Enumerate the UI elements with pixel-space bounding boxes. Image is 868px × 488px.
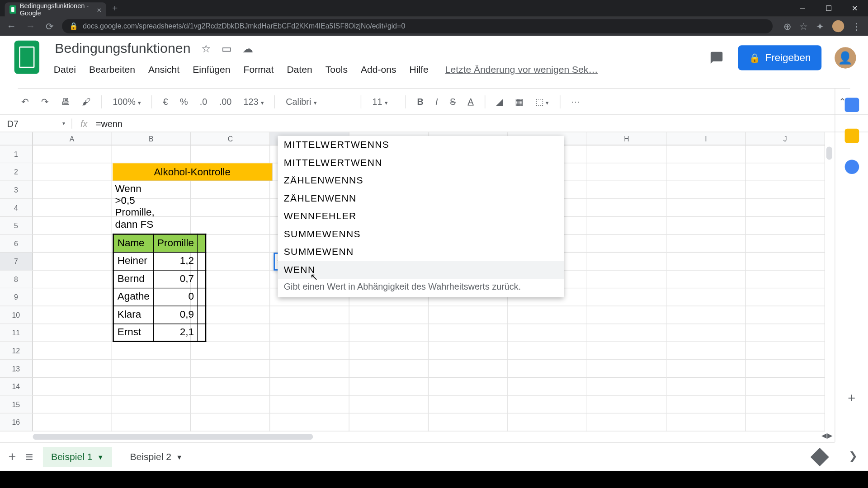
cell-res[interactable] [198,305,206,324]
grid-cell[interactable] [112,360,191,378]
grid-cell[interactable] [508,396,587,414]
close-tab-icon[interactable]: × [97,5,101,14]
extensions-icon[interactable]: ✦ [816,20,824,32]
row-header[interactable]: 11 [0,324,33,342]
cell-res[interactable] [198,252,206,270]
grid-cell[interactable] [666,360,745,378]
cell-name[interactable]: Klara [113,305,154,324]
cell-val[interactable]: 0,7 [153,270,198,288]
autocomplete-item[interactable]: SUMMEWENN [278,243,564,261]
chevron-down-icon[interactable]: ▼ [176,453,182,460]
grid-cell[interactable] [508,324,587,342]
grid-cell[interactable] [587,181,666,199]
grid-cell[interactable] [429,324,508,342]
grid-cell[interactable] [33,253,112,271]
menu-bearbeiten[interactable]: Bearbeiten [89,64,135,75]
autocomplete-item[interactable]: ZÄHLENWENNS [278,172,564,190]
grid-cell[interactable] [746,145,825,164]
grid-cell[interactable] [33,324,112,342]
grid-cell[interactable] [746,378,825,396]
grid-cell[interactable] [746,342,825,360]
merged-title-cell[interactable]: Alkohol-Kontrolle [113,163,272,181]
share-button[interactable]: 🔒 Freigeben [738,45,821,70]
keep-icon[interactable] [844,129,859,143]
redo-button[interactable]: ↷ [38,96,52,107]
grid-cell[interactable] [746,396,825,414]
row-header[interactable]: 4 [0,199,33,217]
browser-tab[interactable]: Bedingungsfunktionen - Google × [5,2,106,17]
row-header[interactable]: 16 [0,413,33,432]
autocomplete-item[interactable]: WENNFEHLER [278,207,564,225]
row-header[interactable]: 8 [0,271,33,289]
sheet-tab-active[interactable]: Beispiel 1▼ [43,446,112,467]
grid-cell[interactable] [666,342,745,360]
grid-cell[interactable] [349,306,429,324]
cell-val[interactable]: 0,9 [153,305,198,324]
grid-cell[interactable] [33,217,112,235]
autocomplete-item[interactable]: MITTELWERTWENN [278,154,564,172]
grid-cell[interactable] [587,235,666,253]
header-promille[interactable]: Promille [153,234,198,252]
percent-button[interactable]: % [176,97,191,107]
grid-cell[interactable] [666,253,745,271]
grid-cell[interactable] [666,324,745,342]
menu-tools[interactable]: Tools [326,64,348,75]
grid-cell[interactable] [429,342,508,360]
tasks-icon[interactable] [844,160,859,174]
header-result[interactable] [198,234,206,252]
grid-cell[interactable] [666,288,745,306]
star-icon[interactable]: ☆ [201,42,211,55]
grid-cell[interactable] [191,342,270,360]
grid-cell[interactable] [191,199,270,217]
new-tab-button[interactable]: + [106,3,124,14]
grid-cell[interactable] [587,253,666,271]
dec-increase-button[interactable]: .00 [216,97,235,107]
grid-cell[interactable] [112,342,191,360]
grid-cell[interactable] [587,145,666,164]
fill-color-button[interactable]: ◢ [492,96,507,107]
grid-cell[interactable] [270,396,349,414]
autocomplete-item[interactable]: MITTELWERTWENNS [278,136,564,154]
menu-daten[interactable]: Daten [287,64,312,75]
grid-cell[interactable] [746,199,825,217]
bookmark-icon[interactable]: ☆ [799,20,807,32]
grid-cell[interactable] [666,217,745,235]
reload-button[interactable]: ⟳ [43,20,56,32]
expand-sidepanel-icon[interactable]: ❯ [849,449,858,462]
row-header[interactable]: 5 [0,217,33,235]
grid-cell[interactable] [746,288,825,306]
zoom-select[interactable]: 100% [109,97,144,107]
grid-cell[interactable] [191,217,270,235]
grid-cell[interactable] [429,378,508,396]
grid-cell[interactable] [746,181,825,199]
grid-cell[interactable] [587,271,666,289]
minimize-button[interactable]: ─ [789,0,816,17]
grid-cell[interactable] [429,360,508,378]
col-header[interactable]: B [112,132,191,145]
borders-button[interactable]: ▦ [511,96,527,107]
autocomplete-item[interactable]: ZÄHLENWENN [278,189,564,207]
name-box[interactable]: D7 [0,118,71,128]
grid-cell[interactable] [191,378,270,396]
grid-cell[interactable] [349,360,429,378]
grid-cell[interactable] [666,396,745,414]
grid-cell[interactable] [666,306,745,324]
close-window-button[interactable]: ✕ [842,0,868,17]
grid-cell[interactable] [587,360,666,378]
grid-cell[interactable] [508,413,587,432]
col-header[interactable]: C [191,132,270,145]
grid-cell[interactable] [587,378,666,396]
grid-cell[interactable] [666,145,745,164]
menu-einfuegen[interactable]: Einfügen [193,64,230,75]
currency-button[interactable]: € [160,97,172,107]
row-header[interactable]: 6 [0,235,33,253]
add-sheet-button[interactable]: + [8,449,16,465]
maximize-button[interactable]: ☐ [816,0,842,17]
url-field[interactable]: 🔒 docs.google.com/spreadsheets/d/1vg2Rcd… [62,19,773,33]
cell-val[interactable]: 2,1 [153,324,198,342]
col-header[interactable]: H [587,132,666,145]
grid-cell[interactable] [33,271,112,289]
grid-cell[interactable] [666,378,745,396]
grid-cell[interactable] [508,378,587,396]
menu-format[interactable]: Format [244,64,274,75]
